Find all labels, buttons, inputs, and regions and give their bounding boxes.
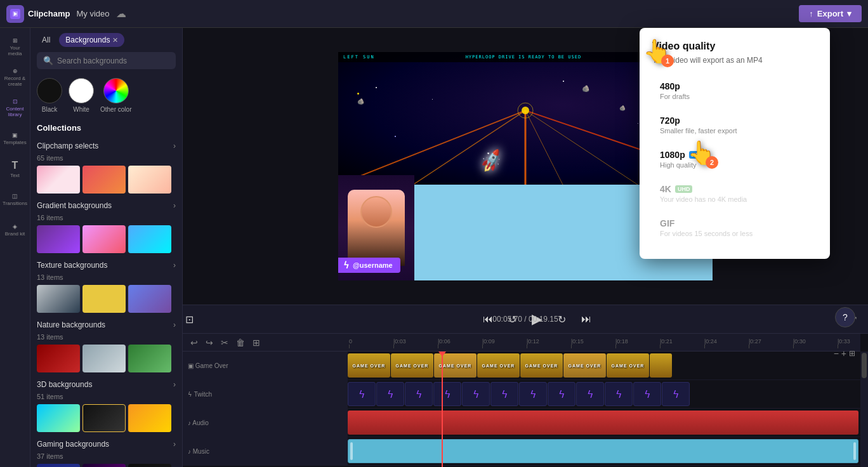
collection-count: 13 items — [37, 333, 176, 341]
sidebar-item-record[interactable]: ⊕ Record & create — [3, 63, 28, 91]
quality-option-gif[interactable]: GIF For videos 15 seconds or less — [652, 212, 817, 244]
quality-option-720p[interactable]: 720p Smaller file, faster export — [652, 109, 817, 141]
thumb-3 — [128, 285, 171, 313]
add-media-button[interactable]: ⊞ — [250, 336, 263, 349]
gameover-clip-partial[interactable] — [650, 353, 672, 378]
export-up-icon: ↑ — [809, 9, 813, 18]
track-label-gameover: ▣ Game Over — [183, 352, 348, 379]
color-swatches: Black White Other color — [30, 74, 182, 119]
zoom-in-button[interactable]: + — [841, 348, 846, 358]
collection-gaming-backgrounds[interactable]: Gaming backgrounds › 37 items — [30, 436, 182, 467]
backgrounds-filter-chip[interactable]: Backgrounds ✕ — [59, 33, 124, 47]
thumb-3 — [128, 166, 171, 194]
redo-button[interactable]: ↪ — [203, 336, 216, 349]
text-icon: T — [12, 160, 18, 171]
timeline-toolbar: ↩ ↪ ✂ 🗑 ⊞ — [183, 334, 348, 352]
zoom-out-button[interactable]: − — [834, 348, 839, 358]
brand-icon: ◈ — [13, 223, 17, 230]
sidebar-item-content-library[interactable]: ⊡ Content library — [3, 94, 28, 122]
twitch-clip[interactable]: ϟ — [490, 382, 518, 406]
gameover-track-row: ▣ Game Over GAME OVER GAME OVER GAME OVE… — [183, 352, 860, 380]
gameover-clip[interactable]: GAME OVER — [391, 353, 433, 378]
timeline: ↩ ↪ ✂ 🗑 ⊞ 0 |0:03 | — [183, 334, 868, 467]
sidebar-item-brand-kit[interactable]: ◈ Brand kit — [3, 216, 28, 244]
svg-line-4 — [525, 110, 638, 185]
swatch-other-color[interactable]: Other color — [100, 78, 131, 113]
fit-timeline-button[interactable]: ⊞ — [849, 348, 855, 358]
quality-option-480p[interactable]: 480p For drafts — [652, 75, 817, 107]
scrollbar-thumb[interactable] — [862, 353, 867, 378]
twitch-clip[interactable]: ϟ — [348, 382, 376, 406]
chevron-right-icon: › — [173, 320, 176, 329]
swatch-black[interactable]: Black — [37, 78, 62, 113]
collection-name: Gradient backgrounds — [37, 201, 112, 210]
audio-blue-clip[interactable] — [348, 439, 858, 463]
gameover-clip[interactable]: GAME OVER — [520, 353, 563, 378]
library-icon: ⊡ — [13, 98, 18, 105]
chip-label: Backgrounds — [65, 36, 110, 44]
sidebar-item-templates[interactable]: ▣ Templates — [3, 124, 28, 152]
twitch-clip[interactable]: ϟ — [576, 382, 604, 406]
gameover-clip[interactable]: GAME OVER — [348, 353, 390, 378]
topbar: Clipchamp My video ☁ ↑ Export ▾ — [0, 0, 868, 28]
clip-resize-handle-left[interactable] — [350, 442, 353, 460]
search-input[interactable] — [57, 56, 169, 65]
sidebar-item-your-media[interactable]: ⊞ Your media — [3, 33, 28, 61]
other-color-label: Other color — [100, 106, 131, 113]
quality-option-4k[interactable]: 4K UHD Your video has no 4K media — [652, 178, 817, 209]
undo-button[interactable]: ↩ — [188, 336, 201, 349]
gameover-clip[interactable]: GAME OVER — [607, 353, 649, 378]
twitch-clip[interactable]: ϟ — [405, 382, 433, 406]
time-display: 00:05.70 / 00:19.15 — [492, 315, 558, 324]
swatch-white[interactable]: White — [69, 78, 94, 113]
export-chevron-icon: ▾ — [847, 9, 852, 18]
sidebar-item-text[interactable]: T Text — [3, 155, 28, 183]
gameover-clip[interactable]: GAME OVER — [563, 353, 606, 378]
svg-line-2 — [413, 110, 525, 185]
app-name: Clipchamp — [28, 9, 70, 18]
thumb-1 — [37, 166, 80, 194]
collection-thumbs — [37, 404, 176, 432]
twitch-clip[interactable]: ϟ — [519, 382, 547, 406]
twitch-clip[interactable]: ϟ — [662, 382, 690, 406]
help-button[interactable]: ? — [835, 307, 855, 327]
twitch-clip[interactable]: ϟ — [433, 382, 461, 406]
export-button[interactable]: ↑ Export ▾ — [799, 5, 862, 22]
sidebar-item-transitions[interactable]: ◫ Transitions — [3, 185, 28, 213]
audio-red-clip[interactable] — [348, 411, 858, 435]
chevron-right-icon: › — [173, 201, 176, 210]
collection-nature-backgrounds[interactable]: Nature backgrounds › 13 items — [30, 317, 182, 376]
collection-texture-backgrounds[interactable]: Texture backgrounds › 13 items — [30, 257, 182, 317]
twitch-clip[interactable]: ϟ — [548, 382, 575, 406]
gameover-clip[interactable]: GAME OVER — [434, 353, 477, 378]
quality-option-1080p[interactable]: 1080p HD High quality — [652, 143, 817, 175]
media-icon: ⊞ — [13, 37, 18, 44]
collection-clipchamp-selects[interactable]: Clipchamp selects › 65 items — [30, 138, 182, 197]
collection-name: Texture backgrounds — [37, 261, 107, 270]
thumb-2 — [82, 225, 126, 253]
collection-3d-backgrounds[interactable]: 3D backgrounds › 51 items — [30, 376, 182, 436]
captions-button[interactable]: ⊡ — [183, 311, 196, 328]
quality-dropdown: Video quality Your video will export as … — [640, 28, 830, 259]
skip-forward-button[interactable]: ⏭ — [579, 311, 594, 327]
thumb-1 — [37, 225, 80, 253]
cut-button[interactable]: ✂ — [218, 336, 231, 349]
twitch-clip[interactable]: ϟ — [633, 382, 661, 406]
twitch-clip[interactable]: ϟ — [605, 382, 633, 406]
playback-bar: ⊡ ⏮ ↺ ▶ ↻ ⏭ ⤢ 00:05.70 / 00:19.15 — [183, 305, 868, 334]
delete-button[interactable]: 🗑 — [233, 336, 247, 349]
clip-resize-handle-right[interactable] — [853, 442, 856, 460]
chip-close-icon[interactable]: ✕ — [112, 36, 118, 44]
collection-name: Gaming backgrounds — [37, 440, 109, 449]
timeline-scrollbar — [860, 352, 868, 467]
track-label-blue: ♪ Music — [183, 437, 348, 465]
gameover-clip[interactable]: GAME OVER — [477, 353, 520, 378]
thumb-3 — [128, 225, 171, 253]
svg-line-1 — [338, 110, 525, 185]
video-title[interactable]: My video — [76, 9, 109, 18]
twitch-clip[interactable]: ϟ — [376, 382, 404, 406]
collection-gradient-backgrounds[interactable]: Gradient backgrounds › 16 items — [30, 197, 182, 257]
twitch-clip[interactable]: ϟ — [462, 382, 490, 406]
cloud-icon: ☁ — [116, 8, 126, 20]
filter-all-button[interactable]: All — [37, 33, 55, 47]
